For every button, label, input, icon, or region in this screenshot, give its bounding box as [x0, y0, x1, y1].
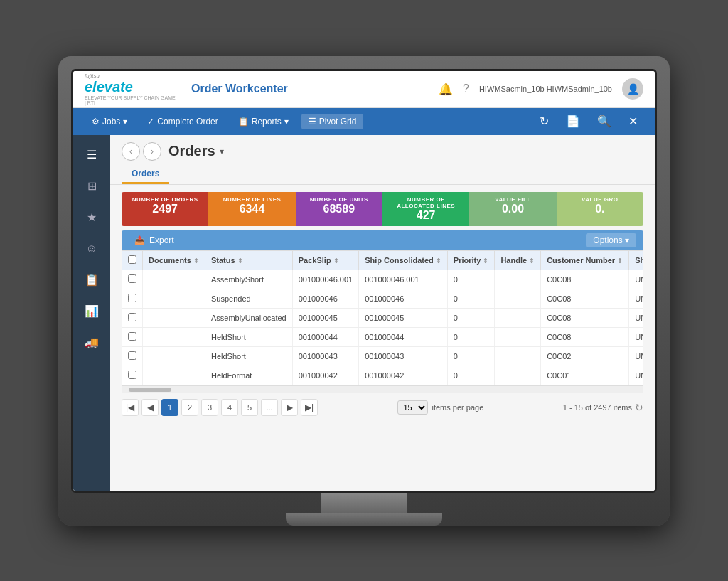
horizontal-scrollbar[interactable]	[122, 386, 643, 393]
nav-pivot-grid[interactable]: ☰ Pivot Grid	[301, 114, 364, 129]
cell-checkbox[interactable]	[122, 270, 143, 289]
options-button[interactable]: Options ▾	[586, 233, 636, 247]
table-row[interactable]: Suspended 001000046 001000046 0 C0C08 UN…	[122, 289, 643, 308]
sidebar-item-star[interactable]: ★	[79, 205, 105, 230]
col-packslip[interactable]: PackSlip ⇕	[292, 251, 358, 270]
prev-page-button[interactable]: ◀	[141, 399, 159, 416]
cell-ship-via: UNKNOW	[629, 366, 643, 385]
cell-documents	[143, 327, 205, 346]
cell-customer-number[interactable]: C0C02	[541, 346, 629, 366]
nav-refresh-icon[interactable]: ↻	[534, 112, 555, 131]
app-title: Order Workcenter	[177, 82, 439, 95]
first-page-button[interactable]: |◀	[122, 399, 139, 416]
stat-number-of-orders: NUMBER OF ORDERS 2497	[122, 192, 208, 226]
logo-sub: ELEVATE YOUR SUPPLY CHAIN GAME | RTI	[85, 95, 177, 105]
page-ellipsis: ...	[261, 399, 278, 416]
col-ship-via[interactable]: Ship Via	[629, 251, 643, 270]
top-bar: fujitsu elevate ELEVATE YOUR SUPPLY CHAI…	[73, 71, 655, 108]
nav-close-icon[interactable]: ✕	[623, 112, 643, 131]
cell-customer-number[interactable]: C0C01	[541, 366, 629, 385]
col-customer-number[interactable]: Customer Number ⇕	[541, 251, 629, 270]
nav-reports[interactable]: 📋 Reports ▾	[231, 114, 296, 129]
cell-customer-number[interactable]: C0C08	[541, 308, 629, 327]
logo-top-text: fujitsu	[85, 73, 177, 79]
col-ship-consolidated[interactable]: Ship Consolidated ⇕	[359, 251, 448, 270]
last-page-button[interactable]: ▶|	[301, 399, 318, 416]
nav-complete-order[interactable]: ✓ Complete Order	[140, 114, 225, 129]
page-title: Orders	[168, 143, 215, 159]
next-page-button[interactable]: ▶	[281, 399, 298, 416]
chevron-icon: ▾	[123, 117, 127, 127]
cell-checkbox[interactable]	[122, 289, 143, 308]
col-handle[interactable]: Handle ⇕	[495, 251, 541, 270]
nav-document-icon[interactable]: 📄	[560, 112, 586, 131]
back-button[interactable]: ‹	[122, 142, 140, 161]
tab-orders[interactable]: Orders	[122, 165, 169, 184]
data-grid: Documents ⇕ Status ⇕ PackSlip ⇕	[122, 251, 643, 385]
cell-ship-via: UNKNOW	[629, 308, 643, 327]
cell-customer-number[interactable]: C0C08	[541, 327, 629, 346]
page-button-2[interactable]: 2	[181, 399, 198, 416]
cell-checkbox[interactable]	[122, 308, 143, 327]
chevron-icon-reports: ▾	[284, 117, 289, 127]
cell-checkbox[interactable]	[122, 366, 143, 385]
logo-area: fujitsu elevate ELEVATE YOUR SUPPLY CHAI…	[85, 73, 177, 105]
grid-toolbar: 📤 Export Options ▾	[122, 230, 643, 250]
col-documents[interactable]: Documents ⇕	[143, 251, 205, 270]
tab-bar: Orders	[110, 165, 655, 185]
cell-checkbox[interactable]	[122, 327, 143, 346]
sidebar: ☰ ⊞ ★ ☺ 📋 📊 🚚	[73, 135, 110, 491]
cell-priority: 0	[447, 346, 495, 366]
cell-ship-consolidated: 001000044	[359, 327, 448, 346]
stats-bar: NUMBER OF ORDERS 2497 NUMBER OF LINES 63…	[122, 192, 643, 226]
cell-handle	[495, 270, 541, 289]
page-title-dropdown[interactable]: ▾	[220, 146, 224, 156]
nav-search-icon[interactable]: 🔍	[592, 112, 617, 131]
sidebar-item-truck[interactable]: 🚚	[79, 330, 105, 356]
cell-customer-number[interactable]: C0C08	[541, 270, 629, 289]
sidebar-item-chart[interactable]: 📊	[79, 299, 105, 324]
page-button-5[interactable]: 5	[241, 399, 258, 416]
items-per-page-select[interactable]: 15 25 50	[397, 400, 428, 415]
page-button-3[interactable]: 3	[201, 399, 218, 416]
help-icon[interactable]: ?	[463, 82, 469, 95]
table-row[interactable]: AssemblyShort 001000046.001 001000046.00…	[122, 270, 643, 289]
sidebar-item-face[interactable]: ☺	[79, 236, 105, 262]
sort-icon-priority: ⇕	[483, 257, 488, 265]
page-button-4[interactable]: 4	[221, 399, 238, 416]
sidebar-item-grid[interactable]: ⊞	[79, 174, 105, 199]
nav-arrows: ‹ ›	[122, 142, 161, 161]
table-row[interactable]: HeldShort 001000044 001000044 0 C0C08 UN…	[122, 327, 643, 346]
cell-priority: 0	[447, 270, 495, 289]
scrollbar-thumb[interactable]	[129, 388, 171, 392]
grid-refresh-button[interactable]: ↻	[635, 402, 643, 413]
cell-handle	[495, 289, 541, 308]
cell-customer-number[interactable]: C0C08	[541, 289, 629, 308]
table-row[interactable]: HeldShort 001000043 001000043 0 C0C02 UN…	[122, 346, 643, 366]
forward-button[interactable]: ›	[143, 142, 161, 161]
bell-icon[interactable]: 🔔	[439, 82, 453, 96]
sidebar-item-list[interactable]: 📋	[79, 267, 105, 293]
table-row[interactable]: HeldFormat 001000042 001000042 0 C0C01 U…	[122, 366, 643, 385]
cell-checkbox[interactable]	[122, 346, 143, 366]
avatar[interactable]: 👤	[622, 78, 643, 100]
sort-icon-documents: ⇕	[193, 257, 199, 265]
col-checkbox[interactable]	[122, 251, 143, 270]
nav-bar: ⚙ Jobs ▾ ✓ Complete Order 📋 Reports ▾ ☰ …	[73, 108, 655, 135]
cell-status: HeldFormat	[205, 366, 292, 385]
export-button[interactable]: 📤 Export	[129, 233, 180, 247]
cell-documents	[143, 308, 205, 327]
cell-packslip: 001000044	[292, 327, 358, 346]
nav-jobs[interactable]: ⚙ Jobs ▾	[85, 114, 134, 129]
select-all-checkbox[interactable]	[128, 255, 136, 264]
table-row[interactable]: AssemblyUnallocated 001000045 001000045 …	[122, 308, 643, 327]
report-icon: 📋	[238, 117, 249, 127]
col-status[interactable]: Status ⇕	[205, 251, 292, 270]
page-button-1[interactable]: 1	[161, 399, 178, 416]
cell-status: Suspended	[205, 289, 292, 308]
cell-ship-consolidated: 001000042	[359, 366, 448, 385]
check-icon: ✓	[147, 117, 154, 127]
sidebar-item-menu[interactable]: ☰	[79, 142, 105, 168]
cell-handle	[495, 308, 541, 327]
col-priority[interactable]: Priority ⇕	[447, 251, 495, 270]
